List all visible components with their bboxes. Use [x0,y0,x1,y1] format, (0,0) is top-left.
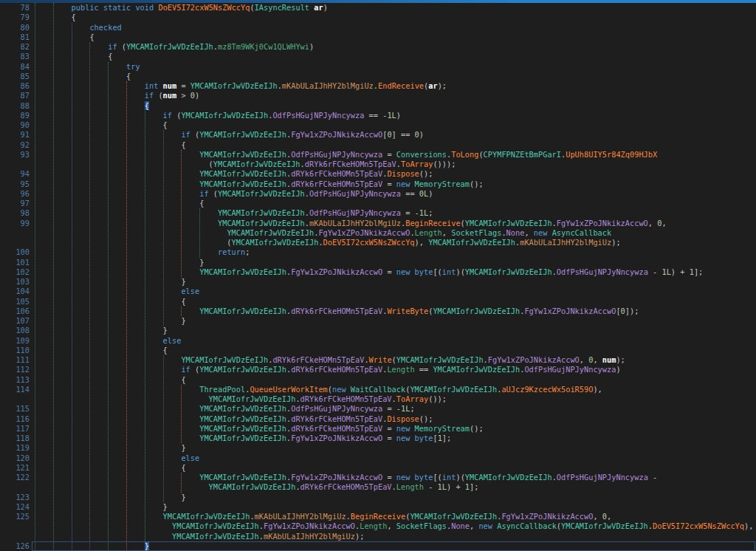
line-number[interactable]: 106 [0,307,30,316]
code-line[interactable]: YMCAMIofrJwVDzEeIJh.dRYk6rFCkeHOMn5TpEaV… [35,307,756,316]
code-line[interactable]: { [35,199,756,208]
line-number-blank[interactable] [0,482,30,492]
code-area[interactable]: public static void DoEV5I72cxW5NsZWccYq(… [35,3,756,551]
code-line[interactable]: YMCAMIofrJwVDzEeIJh.dRYk6rFCkeHOMn5TpEaV… [35,482,756,492]
line-number[interactable]: 109 [0,336,30,346]
line-number[interactable]: 119 [0,443,30,453]
line-number[interactable]: 123 [0,493,30,502]
code-line[interactable]: else [35,454,756,463]
code-line[interactable]: YMCAMIofrJwVDzEeIJh.OdfPsHGujNPJyNncywza… [35,208,756,218]
line-number[interactable]: 102 [0,267,30,277]
line-number[interactable]: 121 [0,463,30,473]
code-line[interactable]: YMCAMIofrJwVDzEeIJh.OdfPsHGujNPJyNncywza… [35,150,756,160]
line-number[interactable]: 84 [0,62,30,72]
line-number[interactable]: 101 [0,258,30,267]
code-line[interactable]: public static void DoEV5I72cxW5NsZWccYq(… [35,3,756,13]
code-line[interactable]: else [35,287,756,296]
code-line[interactable]: } [35,443,756,453]
code-line[interactable]: } [35,326,756,335]
code-line[interactable]: { [35,463,756,473]
line-number[interactable]: 80 [0,23,30,32]
code-line[interactable]: else [35,336,756,346]
line-number-blank[interactable] [0,394,30,404]
code-line[interactable]: if (YMCAMIofrJwVDzEeIJh.FgYw1xZPoJNkikzA… [35,130,756,140]
line-number[interactable]: 90 [0,120,30,130]
code-line[interactable]: { [35,140,756,150]
line-number[interactable]: 113 [0,375,30,385]
code-line[interactable]: } [35,258,756,267]
code-line[interactable]: { [35,13,756,22]
code-editor[interactable]: 78798081828384858687888990919293 9495969… [0,3,756,551]
line-number[interactable]: 83 [0,52,30,61]
line-number[interactable]: 78 [0,3,30,13]
line-number[interactable]: 114 [0,385,30,394]
code-line[interactable]: { [35,375,756,385]
code-line[interactable]: if (YMCAMIofrJwVDzEeIJh.OdfPsHGujNPJyNnc… [35,111,756,120]
code-line[interactable]: try [35,62,756,72]
line-number[interactable]: 98 [0,208,30,218]
line-number[interactable]: 87 [0,91,30,100]
line-number[interactable]: 86 [0,81,30,91]
line-number-blank[interactable] [0,238,30,247]
code-line[interactable]: YMCAMIofrJwVDzEeIJh.dRYk6rFCkeHOMn5TpEaV… [35,355,756,365]
code-line[interactable]: YMCAMIofrJwVDzEeIJh.mKAbULaIJhHY2blMgiUz… [35,512,756,521]
line-number[interactable]: 110 [0,346,30,355]
line-number[interactable]: 85 [0,72,30,81]
code-line[interactable]: int num = YMCAMIofrJwVDzEeIJh.mKAbULaIJh… [35,81,756,91]
line-number[interactable]: 82 [0,42,30,52]
line-number[interactable]: 104 [0,287,30,296]
line-number[interactable]: 95 [0,179,30,189]
line-number-gutter[interactable]: 78798081828384858687888990919293 9495969… [0,3,30,551]
line-number[interactable]: 103 [0,277,30,287]
line-number[interactable]: 97 [0,199,30,208]
code-line[interactable]: } [35,316,756,326]
code-line[interactable]: if (YMCAMIofrJwVDzEeIJh.mz8Tm9WKj0Cw1QLW… [35,42,756,52]
code-line[interactable]: { [35,297,756,307]
line-number[interactable]: 115 [0,404,30,414]
line-number[interactable]: 108 [0,326,30,335]
code-line[interactable]: { [35,101,756,111]
code-line[interactable]: YMCAMIofrJwVDzEeIJh.dRYk6rFCkeHOMn5TpEaV… [35,394,756,404]
code-line[interactable]: ThreadPool.QueueUserWorkItem(new WaitCal… [35,385,756,394]
code-line[interactable]: { [35,52,756,61]
line-number-blank[interactable] [0,228,30,238]
code-line[interactable]: } [35,502,756,512]
code-line[interactable]: YMCAMIofrJwVDzEeIJh.FgYw1xZPoJNkikzAccwO… [35,267,756,277]
line-number[interactable]: 111 [0,355,30,365]
line-number-blank[interactable] [0,532,30,541]
code-line[interactable]: return; [35,247,756,257]
code-line[interactable]: } [35,541,756,551]
code-line[interactable]: YMCAMIofrJwVDzEeIJh.OdfPsHGujNPJyNncywza… [35,404,756,414]
code-line[interactable]: (YMCAMIofrJwVDzEeIJh.DoEV5I72cxW5NsZWccY… [35,238,756,247]
line-number[interactable]: 124 [0,502,30,512]
line-number[interactable]: 99 [0,219,30,228]
code-line[interactable]: (YMCAMIofrJwVDzEeIJh.dRYk6rFCkeHOMn5TpEa… [35,160,756,169]
line-number[interactable]: 88 [0,101,30,111]
code-line[interactable]: YMCAMIofrJwVDzEeIJh.dRYk6rFCkeHOMn5TpEaV… [35,179,756,189]
code-line[interactable]: if (YMCAMIofrJwVDzEeIJh.OdfPsHGujNPJyNnc… [35,189,756,199]
code-line[interactable]: YMCAMIofrJwVDzEeIJh.FgYw1xZPoJNkikzAccwO… [35,434,756,443]
line-number[interactable]: 125 [0,512,30,521]
line-number[interactable]: 79 [0,13,30,22]
code-line[interactable]: if (YMCAMIofrJwVDzEeIJh.dRYk6rFCkeHOMn5T… [35,365,756,374]
code-line[interactable]: YMCAMIofrJwVDzEeIJh.dRYk6rFCkeHOMn5TpEaV… [35,169,756,179]
code-line[interactable]: { [35,120,756,130]
code-line[interactable]: YMCAMIofrJwVDzEeIJh.mKAbULaIJhHY2blMgiUz… [35,219,756,228]
code-line[interactable]: { [35,32,756,42]
line-number[interactable]: 100 [0,247,30,257]
code-line[interactable]: YMCAMIofrJwVDzEeIJh.dRYk6rFCkeHOMn5TpEaV… [35,414,756,424]
line-number[interactable]: 91 [0,130,30,140]
code-line[interactable]: { [35,72,756,81]
line-number[interactable]: 93 [0,150,30,160]
line-number[interactable]: 118 [0,434,30,443]
code-line[interactable]: YMCAMIofrJwVDzEeIJh.FgYw1xZPoJNkikzAccwO… [35,228,756,238]
code-line[interactable]: YMCAMIofrJwVDzEeIJh.dRYk6rFCkeHOMn5TpEaV… [35,424,756,434]
line-number[interactable]: 122 [0,473,30,482]
code-line[interactable]: checked [35,23,756,32]
line-number-blank[interactable] [0,521,30,531]
code-line[interactable]: YMCAMIofrJwVDzEeIJh.FgYw1xZPoJNkikzAccwO… [35,521,756,531]
line-number[interactable]: 116 [0,414,30,424]
code-line[interactable]: { [35,346,756,355]
line-number[interactable]: 105 [0,297,30,307]
line-number[interactable]: 94 [0,169,30,179]
